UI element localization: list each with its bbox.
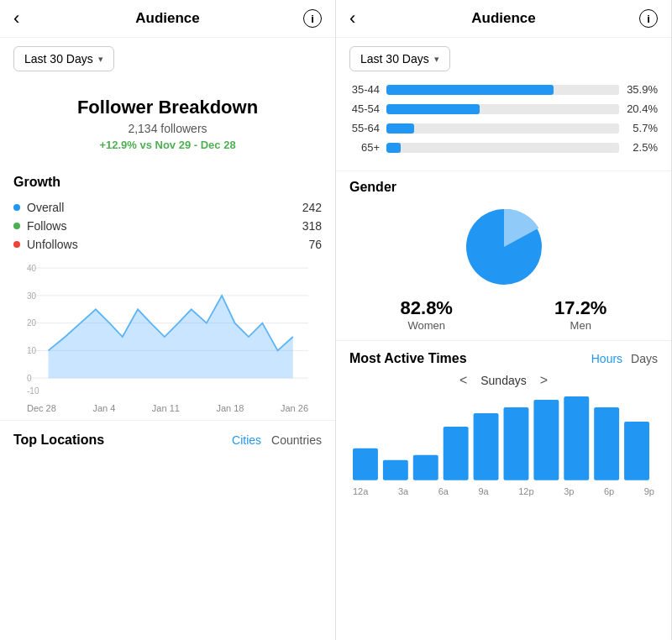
svg-rect-20 <box>564 396 589 480</box>
svg-rect-16 <box>444 427 469 480</box>
age-row-65plus: 65+ 2.5% <box>349 141 658 154</box>
left-info-button[interactable]: i <box>303 9 322 28</box>
gender-pie <box>462 205 546 289</box>
right-header: ‹ Audience i <box>336 0 671 38</box>
active-times-title: Most Active Times <box>349 351 467 366</box>
gender-stats: 82.8% Women 17.2% Men <box>349 297 658 332</box>
top-locations-title: Top Locations <box>13 433 104 448</box>
unfollows-label: Unfollows <box>27 238 78 251</box>
svg-text:10: 10 <box>27 346 37 355</box>
tab-days[interactable]: Days <box>631 352 658 365</box>
age-label-65plus: 65+ <box>349 141 380 154</box>
follows-value: 318 <box>302 219 322 233</box>
women-label: Women <box>401 319 453 332</box>
right-date-button[interactable]: Last 30 Days ▾ <box>349 46 450 71</box>
growth-title: Growth <box>13 175 322 190</box>
age-pct-65plus: 2.5% <box>626 141 658 154</box>
x-axis-labels: Dec 28 Jan 4 Jan 11 Jan 18 Jan 26 <box>13 403 322 413</box>
left-panel: ‹ Audience i Last 30 Days ▾ Follower Bre… <box>0 0 336 640</box>
active-times-header: Most Active Times Hours Days <box>349 351 658 366</box>
left-date-label: Last 30 Days <box>24 52 93 66</box>
left-date-filter: Last 30 Days ▾ <box>0 38 335 80</box>
follows-dot <box>13 223 20 229</box>
growth-section: Growth Overall 242 Follows 318 Unfol <box>0 165 335 413</box>
overall-dot <box>13 204 20 211</box>
women-pct: 82.8% <box>401 297 453 319</box>
active-times-tabs: Hours Days <box>591 352 658 365</box>
top-locations-tabs: Cities Countries <box>232 433 322 447</box>
left-header-title: Audience <box>135 10 200 27</box>
svg-text:0: 0 <box>27 374 32 383</box>
right-date-filter: Last 30 Days ▾ <box>336 38 671 80</box>
x-label-9a: 9a <box>478 486 488 496</box>
follower-change-positive: +12.9% <box>99 139 136 151</box>
x-label-dec28: Dec 28 <box>27 403 56 413</box>
x-label-6p: 6p <box>604 486 614 496</box>
svg-text:-10: -10 <box>27 386 39 396</box>
svg-rect-22 <box>624 422 649 480</box>
chart-svg: 40 30 20 10 0 -10 <box>27 260 308 398</box>
prev-day-button[interactable]: < <box>459 373 467 388</box>
follower-breakdown: Follower Breakdown 2,134 followers +12.9… <box>0 80 335 165</box>
bar-x-labels: 12a 3a 6a 9a 12p 3p 6p 9p <box>349 486 658 496</box>
follower-count: 2,134 followers <box>13 122 322 135</box>
age-row-45-54: 45-54 20.4% <box>349 102 658 115</box>
bar-chart-svg <box>349 396 658 480</box>
age-label-45-54: 45-54 <box>349 102 380 115</box>
svg-marker-11 <box>49 296 293 378</box>
left-back-button[interactable]: ‹ <box>13 8 19 29</box>
top-locations: Top Locations Cities Countries <box>0 420 335 454</box>
x-label-3p: 3p <box>564 486 574 496</box>
left-date-chevron: ▾ <box>98 54 103 65</box>
x-label-jan26: Jan 26 <box>281 403 308 413</box>
age-pct-35-44: 35.9% <box>626 83 658 96</box>
follower-breakdown-title: Follower Breakdown <box>13 97 322 118</box>
gender-chart: 82.8% Women 17.2% Men <box>349 205 658 332</box>
right-date-label: Last 30 Days <box>360 52 429 66</box>
svg-rect-19 <box>533 400 559 480</box>
left-date-button[interactable]: Last 30 Days ▾ <box>13 46 114 71</box>
svg-rect-15 <box>413 455 438 480</box>
bar-chart: 12a 3a 6a 9a 12p 3p 6p 9p <box>349 396 658 496</box>
x-label-jan18: Jan 18 <box>216 403 244 413</box>
overall-label: Overall <box>27 201 64 214</box>
day-nav: < Sundays > <box>349 373 658 388</box>
gender-section: Gender 82.8% Women 17.2% Men <box>336 170 671 340</box>
gender-stat-women: 82.8% Women <box>401 297 453 332</box>
svg-text:30: 30 <box>27 291 37 301</box>
age-bar-fill-45-54 <box>386 104 480 114</box>
age-bar-bg-35-44 <box>386 85 619 95</box>
x-label-9p: 9p <box>644 486 654 496</box>
svg-rect-13 <box>353 449 378 480</box>
x-label-jan4: Jan 4 <box>92 403 115 413</box>
x-label-6a: 6a <box>438 486 449 496</box>
men-pct: 17.2% <box>554 297 606 319</box>
svg-text:20: 20 <box>27 318 37 328</box>
right-info-button[interactable]: i <box>639 9 658 28</box>
right-panel: ‹ Audience i Last 30 Days ▾ 35-44 35.9% … <box>336 0 672 640</box>
x-label-12a: 12a <box>353 486 368 496</box>
x-label-3a: 3a <box>398 486 408 496</box>
age-row-35-44: 35-44 35.9% <box>349 83 658 96</box>
current-day: Sundays <box>480 374 526 387</box>
tab-countries[interactable]: Countries <box>271 433 322 447</box>
age-bar-bg-55-64 <box>386 123 619 134</box>
right-header-title: Audience <box>471 10 536 27</box>
overall-value: 242 <box>302 201 322 214</box>
follower-change-suffix: vs Nov 29 - Dec 28 <box>137 139 236 151</box>
follower-change: +12.9% vs Nov 29 - Dec 28 <box>13 139 322 151</box>
svg-rect-14 <box>383 460 408 480</box>
gender-title: Gender <box>349 180 658 195</box>
age-bar-bg-45-54 <box>386 104 619 114</box>
growth-rows: Overall 242 Follows 318 Unfollows 76 <box>13 198 322 254</box>
right-back-button[interactable]: ‹ <box>349 8 355 29</box>
age-label-55-64: 55-64 <box>349 122 380 134</box>
follows-label: Follows <box>27 219 66 233</box>
unfollows-dot <box>13 241 20 248</box>
tab-hours[interactable]: Hours <box>591 352 622 365</box>
age-pct-55-64: 5.7% <box>626 122 658 134</box>
age-row-55-64: 55-64 5.7% <box>349 122 658 134</box>
next-day-button[interactable]: > <box>540 373 548 388</box>
tab-cities[interactable]: Cities <box>232 433 261 447</box>
svg-rect-18 <box>504 407 529 480</box>
